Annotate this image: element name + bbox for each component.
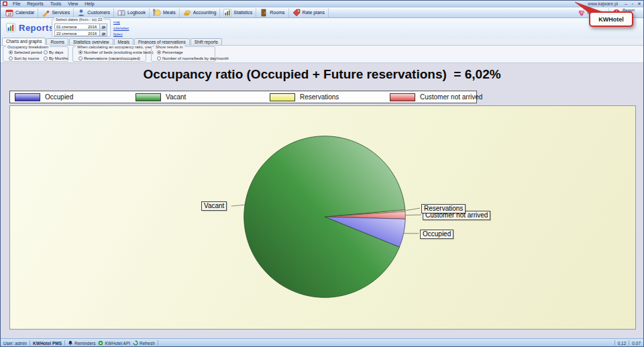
app-icon: [3, 1, 7, 6]
tab-charts-and-graphs[interactable]: Charts and graphs: [2, 38, 46, 45]
logbook-icon: [117, 9, 125, 17]
tab-statistics-overview[interactable]: Statistics overview: [69, 38, 113, 45]
toolbar-label: Meals: [163, 10, 176, 15]
customers-icon: [77, 9, 85, 17]
chart-region: Occupancy ratio (Occupied + Future reser…: [1, 63, 643, 338]
tab-finances-of-reservations[interactable]: Finances of reservations: [134, 38, 190, 45]
toolbar-label: Customers: [87, 10, 110, 15]
date-from-day: 01: [55, 25, 62, 29]
status-reminders[interactable]: Reminders: [68, 340, 95, 346]
legend-swatch-occupied: [15, 93, 40, 101]
toolbar-label: Statistics: [233, 10, 252, 15]
status-app-name: KWHotel PMS: [33, 341, 62, 346]
status-metric-1: 0,12: [618, 341, 627, 346]
month-link-maj[interactable]: maj: [113, 20, 120, 24]
radio-number-of-beds[interactable]: Number of beds (excluding extra beds): [78, 50, 153, 54]
date-from-month: czerwca: [62, 25, 88, 29]
accounting-icon: [183, 9, 191, 17]
bell-icon: [68, 340, 73, 346]
statusbar: User: admin KWHotel PMS Reminders KWHote…: [1, 338, 643, 347]
dropdown-icon[interactable]: ▦▾: [99, 31, 107, 36]
toolbar-button-rooms[interactable]: Rooms: [256, 8, 288, 17]
reports-header: Reports Select dates (from - to) 22 01 c…: [1, 18, 643, 38]
radio-reservations[interactable]: Reservations (vacant/occupied): [78, 56, 140, 60]
date-to-field[interactable]: 22 czerwca 2016 ▦▾: [54, 30, 107, 36]
annotation-callout: KWHotel: [589, 11, 633, 27]
status-user: User: admin: [3, 341, 27, 346]
chart-legend: Occupied Vacant Reservations Customer no…: [9, 91, 477, 103]
toolbar-button-customers[interactable]: Customers: [74, 8, 114, 17]
maximize-button[interactable]: ▫: [630, 1, 635, 6]
date-range-group: Select dates (from - to) 22 01 czerwca 2…: [52, 19, 111, 37]
legend-entry-vacant: Vacant: [136, 91, 186, 103]
legend-swatch-vacant: [136, 93, 161, 101]
toolbar-button-accounting[interactable]: Accounting: [180, 8, 221, 17]
radio-by-months[interactable]: By Months: [44, 56, 68, 60]
tab-meals[interactable]: Meals: [114, 38, 133, 45]
chart-options-panel: Occupancy breakdown Selected period By d…: [1, 46, 643, 63]
radio-rooms-per-day[interactable]: Number of rooms/beds by day/month: [157, 56, 229, 60]
minimize-button[interactable]: –: [623, 1, 629, 6]
show-results-group: Show results in Percentage Number of roo…: [151, 46, 215, 62]
toolbar-label: Logbook: [127, 10, 146, 15]
status-kwhotel-api[interactable]: KWHotel API: [98, 340, 130, 346]
month-link-czerwiec[interactable]: czerwiec: [113, 26, 129, 30]
radio-selected-period[interactable]: Selected period: [9, 50, 42, 54]
menu-reports[interactable]: Reports: [23, 1, 47, 6]
pie-label-occupied: Occupied: [420, 230, 453, 239]
legend-swatch-customer-not-arrived: [390, 93, 415, 101]
legend-swatch-reservations: [270, 93, 295, 101]
date-from-field[interactable]: 01 czerwca 2016 ▦▾: [54, 23, 107, 30]
status-metric-2: 0,07: [632, 341, 641, 346]
titlebar: File Reports Tools View Help www.kajware…: [1, 1, 643, 7]
reports-icon: [6, 23, 15, 32]
menu-file[interactable]: File: [9, 1, 23, 6]
date-from-year: 2016: [88, 25, 99, 29]
pie-plot-area: Vacant Reservations Customer not arrived…: [9, 105, 636, 330]
toolbar-button-calendar[interactable]: 18 Calendar: [2, 8, 38, 17]
radio-percentage[interactable]: Percentage: [157, 50, 183, 54]
legend-entry-reservations: Reservations: [270, 91, 339, 103]
date-to-day: 22: [55, 32, 62, 36]
page-title: Reports: [19, 23, 54, 33]
toolbar-label: Rooms: [270, 10, 284, 15]
toolbar-button-statistics[interactable]: Statistics: [220, 8, 256, 17]
refresh-icon: [133, 340, 138, 346]
menu-help[interactable]: Help: [81, 1, 97, 6]
rooms-icon: [260, 9, 268, 17]
calendar-icon: 18: [5, 9, 13, 17]
occupancy-pie-chart: [10, 106, 635, 329]
toolbar-button-logbook[interactable]: Logbook: [114, 8, 150, 17]
month-link-lipiec[interactable]: lipiec: [113, 32, 123, 36]
toolbar-button-meals[interactable]: Meals: [150, 8, 180, 17]
toolbar-button-rateplans[interactable]: Rate plans: [289, 8, 329, 17]
main-toolbar: 18 Calendar Services Customers Logbook M…: [1, 7, 643, 18]
close-button[interactable]: ✕: [637, 1, 642, 7]
api-icon: [98, 340, 103, 346]
radio-by-days[interactable]: By days: [44, 50, 63, 54]
chart-title: Occupancy ratio (Occupied + Future reser…: [1, 67, 643, 82]
legend-entry-customer-not-arrived: Customer not arrived: [390, 91, 482, 103]
menu-view[interactable]: View: [64, 1, 81, 6]
tab-rooms[interactable]: Rooms: [46, 38, 68, 45]
group-title: When calculating an occupancy ratio, use: [76, 45, 153, 49]
occupancy-breakdown-group: Occupancy breakdown Selected period By d…: [3, 46, 68, 62]
radio-sort-by-rooms[interactable]: Sort by rooms: [9, 56, 39, 60]
status-refresh[interactable]: Refresh: [133, 340, 155, 346]
tab-shift-reports[interactable]: Shift reports: [191, 38, 222, 45]
change-icon: [578, 9, 586, 17]
toolbar-label: Calendar: [15, 10, 34, 15]
date-to-year: 2016: [88, 32, 99, 36]
toolbar-button-services[interactable]: Services: [38, 8, 74, 17]
site-label: www.kajware.pl: [588, 1, 618, 6]
dropdown-icon[interactable]: ▦▾: [99, 24, 107, 29]
services-icon: [42, 9, 50, 17]
toolbar-label: Rate plans: [303, 10, 325, 15]
menu-tools[interactable]: Tools: [47, 1, 64, 6]
date-range-label: Select dates (from - to) 22: [54, 17, 103, 21]
group-title: Show results in: [154, 45, 184, 49]
pie-label-vacant: Vacant: [201, 201, 227, 211]
pie-label-reservations: Reservations: [421, 204, 466, 213]
rateplans-icon: [292, 9, 301, 17]
pie-callout-line: [405, 208, 420, 211]
